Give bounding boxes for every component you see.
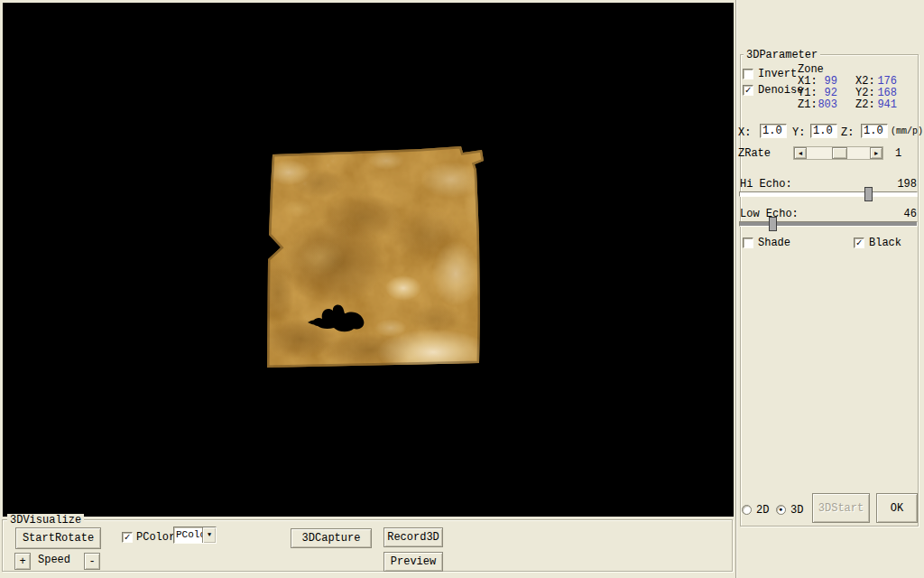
app-window: 3DParameter Invert ✓ Denoise Zone X1: 99…: [0, 0, 924, 578]
zone-z1-value: 803: [808, 98, 837, 111]
scale-x-label: X:: [738, 126, 751, 139]
low-echo-slider-track[interactable]: [739, 221, 918, 227]
low-echo-slider-thumb[interactable]: [769, 217, 777, 231]
invert-label: Invert: [758, 68, 797, 80]
low-echo-value: 46: [881, 208, 917, 220]
scale-unit-label: (mm/p): [891, 126, 923, 136]
black-checkmark: ✓: [856, 238, 863, 248]
viewport-3d[interactable]: [3, 3, 734, 517]
zone-x2-value: 176: [868, 75, 897, 88]
pcolor-label: PColor: [136, 531, 175, 544]
ok-button[interactable]: OK: [876, 493, 918, 523]
record-3d-button[interactable]: Record3D: [383, 527, 443, 547]
mode-3d-label: 3D: [790, 504, 803, 517]
scale-x-input[interactable]: [760, 124, 787, 138]
render-3d-surface: [3, 3, 734, 517]
mode-3d-radio-dot: ●: [779, 508, 783, 512]
scale-z-input[interactable]: [861, 124, 888, 138]
zone-y2-value: 168: [868, 87, 897, 99]
black-label: Black: [869, 237, 901, 249]
scale-y-label: Y:: [792, 126, 805, 139]
capture-3d-button[interactable]: 3DCapture: [291, 528, 372, 548]
panel-divider: [735, 0, 737, 578]
hi-echo-label: Hi Echo:: [740, 178, 792, 191]
zrate-right-arrow[interactable]: ►: [870, 147, 882, 159]
chevron-down-icon[interactable]: ▼: [202, 527, 216, 543]
pcolor-checkbox[interactable]: ✓: [122, 532, 133, 543]
hi-echo-slider-thumb[interactable]: [864, 187, 873, 201]
denoise-label: Denoise: [758, 84, 803, 97]
zrate-label: ZRate: [738, 147, 771, 160]
start-rotate-button[interactable]: StartRotate: [15, 527, 101, 549]
black-checkbox[interactable]: ✓: [854, 238, 864, 248]
mode-2d-radio-dot: [744, 508, 749, 512]
hi-echo-value: 198: [881, 178, 917, 191]
zrate-scrollbar[interactable]: ◄ ►: [793, 146, 883, 160]
zrate-scrollbar-thumb[interactable]: [832, 147, 847, 159]
mode-2d-radio[interactable]: [742, 505, 752, 515]
hi-echo-slider-track[interactable]: [739, 191, 918, 197]
pcolor-select[interactable]: PColor ▼: [173, 527, 217, 544]
zrate-left-arrow[interactable]: ◄: [794, 147, 807, 159]
visualize-groupbox-title: 3DVisualize: [7, 514, 84, 527]
speed-plus-button[interactable]: +: [14, 553, 31, 570]
speed-label: Speed: [38, 554, 70, 566]
scale-y-input[interactable]: [810, 124, 837, 138]
pcolor-checkmark: ✓: [125, 532, 131, 543]
start-3d-button[interactable]: 3DStart: [812, 493, 870, 523]
denoise-checkmark: ✓: [745, 85, 752, 96]
mode-2d-label: 2D: [756, 504, 769, 517]
mode-3d-radio[interactable]: ●: [776, 505, 786, 515]
zone-title: Zone: [798, 63, 824, 76]
zone-x1-value: 99: [808, 75, 837, 88]
zrate-value: 1: [895, 147, 901, 160]
invert-checkbox[interactable]: [743, 69, 753, 79]
denoise-checkbox[interactable]: ✓: [743, 85, 753, 96]
scale-z-label: Z:: [841, 126, 854, 139]
zone-z2-value: 941: [868, 98, 897, 111]
parameter-groupbox-title: 3DParameter: [744, 49, 820, 61]
shade-checkbox[interactable]: [743, 238, 753, 248]
preview-button[interactable]: Preview: [383, 552, 443, 572]
zone-y1-value: 92: [808, 87, 837, 99]
shade-label: Shade: [758, 237, 790, 249]
speed-minus-button[interactable]: -: [84, 553, 100, 570]
